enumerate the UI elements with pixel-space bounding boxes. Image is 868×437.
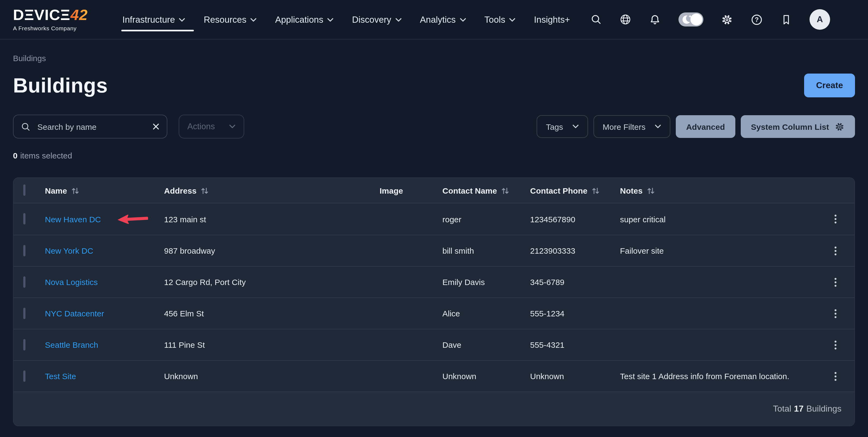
page-title: Buildings — [13, 73, 108, 98]
nav-item-discovery[interactable]: Discovery — [352, 0, 402, 39]
building-name-link[interactable]: NYC Datacenter — [45, 309, 104, 318]
row-menu-kebab-icon[interactable] — [827, 273, 844, 291]
search-input[interactable] — [36, 122, 147, 132]
help-icon[interactable] — [750, 13, 763, 26]
brand-logo[interactable]: DΞVICΞ42 A Freshworks Company — [13, 7, 108, 31]
create-button[interactable]: Create — [804, 73, 855, 97]
total-count: 17 — [794, 404, 804, 414]
sort-icon[interactable] — [501, 187, 509, 195]
row-checkbox[interactable] — [23, 339, 26, 350]
top-navbar: DΞVICΞ42 A Freshworks Company Infrastruc… — [0, 0, 868, 39]
title-row: Buildings Create — [13, 73, 855, 98]
brand-name-accent: 42 — [70, 6, 88, 23]
advanced-label: Advanced — [686, 122, 725, 131]
tags-label: Tags — [546, 122, 563, 131]
system-column-list-button[interactable]: System Column List — [741, 115, 855, 138]
select-all-checkbox[interactable] — [23, 184, 26, 196]
contact-phone-cell: Unknown — [530, 372, 620, 381]
contact-name-cell: bill smith — [442, 246, 530, 255]
sort-icon[interactable] — [71, 187, 80, 195]
advanced-button[interactable]: Advanced — [676, 115, 735, 138]
building-name-link[interactable]: New York DC — [45, 246, 93, 255]
sort-icon[interactable] — [591, 187, 600, 195]
column-header-address[interactable]: Address — [164, 186, 379, 195]
user-avatar[interactable]: A — [809, 9, 830, 30]
contact-name-cell: Unknown — [442, 372, 530, 381]
gear-icon — [834, 122, 845, 132]
tags-dropdown[interactable]: Tags — [537, 115, 588, 138]
settings-gear-icon[interactable] — [721, 13, 733, 26]
building-name-link[interactable]: New Haven DC — [45, 214, 101, 224]
nav-item-applications[interactable]: Applications — [275, 0, 334, 39]
row-menu-kebab-icon[interactable] — [827, 210, 844, 228]
contact-name-cell: Alice — [442, 309, 530, 318]
nav-label: Tools — [484, 14, 505, 25]
sort-icon[interactable] — [200, 187, 209, 195]
nav-item-tools[interactable]: Tools — [484, 0, 516, 39]
sort-icon[interactable] — [646, 187, 655, 195]
nav-label: Discovery — [352, 14, 391, 25]
chevron-down-icon — [655, 124, 661, 129]
table-row: New Haven DC 123 main st roger 123456789… — [13, 203, 855, 235]
row-menu-kebab-icon[interactable] — [827, 242, 844, 259]
row-menu-kebab-icon[interactable] — [827, 305, 844, 322]
address-cell: 12 Cargo Rd, Port City — [164, 277, 379, 287]
contact-phone-cell: 345-6789 — [530, 277, 620, 287]
bookmark-icon[interactable] — [780, 13, 792, 26]
theme-toggle[interactable] — [679, 12, 703, 27]
brand-subtitle: A Freshworks Company — [13, 25, 108, 31]
actions-dropdown[interactable]: Actions — [179, 115, 244, 138]
address-cell: 456 Elm St — [164, 309, 379, 318]
chevron-down-icon — [509, 18, 516, 22]
selection-label: items selected — [20, 152, 72, 160]
building-name-link[interactable]: Seattle Branch — [45, 340, 98, 349]
chevron-down-icon — [327, 18, 334, 22]
row-checkbox[interactable] — [23, 213, 26, 225]
building-name-link[interactable]: Test Site — [45, 372, 76, 381]
actions-label: Actions — [187, 122, 215, 131]
chevron-down-icon — [460, 18, 466, 22]
navbar-actions: A — [590, 9, 868, 30]
globe-icon[interactable] — [619, 13, 631, 26]
column-header-contact-phone[interactable]: Contact Phone — [530, 186, 620, 195]
selection-count: 0 — [13, 152, 18, 160]
column-header-contact-name[interactable]: Contact Name — [442, 186, 530, 195]
main-nav: Infrastructure Resources Applications Di… — [122, 0, 570, 39]
nav-item-insights[interactable]: Insights+ — [534, 0, 570, 39]
row-checkbox[interactable] — [23, 370, 26, 381]
clear-search-icon[interactable] — [152, 123, 160, 130]
column-header-notes[interactable]: Notes — [620, 186, 824, 195]
notifications-bell-icon[interactable] — [649, 13, 661, 26]
table-footer: Total 17 Buildings — [13, 392, 855, 426]
total-prefix: Total — [773, 404, 792, 414]
main-content: Buildings Buildings Create Actions Tags — [0, 54, 868, 426]
contact-name-cell: Emily Davis — [442, 277, 530, 287]
nav-label: Resources — [204, 14, 246, 25]
contact-phone-cell: 1234567890 — [530, 214, 620, 224]
row-checkbox[interactable] — [23, 245, 26, 256]
address-cell: 987 broadway — [164, 246, 379, 255]
breadcrumb[interactable]: Buildings — [13, 54, 855, 62]
row-menu-kebab-icon[interactable] — [827, 336, 844, 354]
nav-item-analytics[interactable]: Analytics — [420, 0, 466, 39]
nav-item-resources[interactable]: Resources — [204, 0, 257, 39]
row-menu-kebab-icon[interactable] — [827, 368, 844, 385]
address-cell: 111 Pine St — [164, 340, 379, 349]
search-icon[interactable] — [590, 13, 602, 26]
building-name-link[interactable]: Nova Logistics — [45, 277, 98, 287]
table-row: NYC Datacenter 456 Elm St Alice 555-1234 — [13, 298, 855, 329]
nav-label: Applications — [275, 14, 323, 25]
more-filters-dropdown[interactable]: More Filters — [593, 115, 670, 138]
brand-name: DΞVICΞ42 — [13, 7, 108, 23]
app-root: DΞVICΞ42 A Freshworks Company Infrastruc… — [0, 0, 868, 437]
row-checkbox[interactable] — [23, 276, 26, 288]
contact-phone-cell: 555-4321 — [530, 340, 620, 349]
search-icon — [21, 122, 31, 132]
chevron-down-icon — [250, 18, 257, 22]
nav-label: Insights+ — [534, 14, 570, 25]
column-header-name[interactable]: Name — [45, 186, 164, 195]
row-checkbox[interactable] — [23, 307, 26, 319]
contact-name-cell: roger — [442, 214, 530, 224]
buildings-table: Name Address Image Contact Name Contact … — [13, 177, 855, 426]
nav-item-infrastructure[interactable]: Infrastructure — [122, 0, 185, 39]
